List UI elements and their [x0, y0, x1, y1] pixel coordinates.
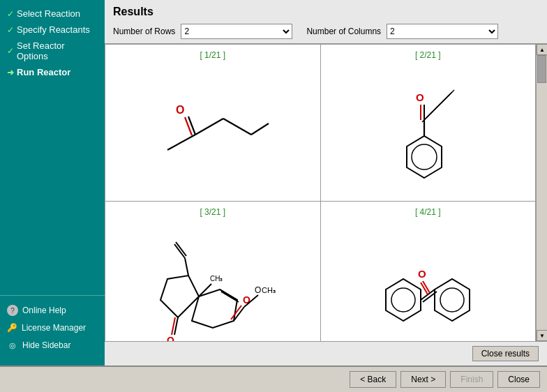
help-icon: ?	[7, 305, 18, 316]
close-results-button[interactable]: Close results	[472, 346, 539, 361]
svg-line-19	[221, 292, 239, 302]
cols-select[interactable]: 2 3 4	[387, 24, 498, 39]
svg-text:O: O	[243, 294, 250, 306]
cell-1-label: [ 1/21 ]	[200, 50, 225, 60]
svg-line-18	[220, 289, 237, 300]
rows-label: Number of Rows	[113, 27, 175, 36]
online-help-button[interactable]: ? Online Help	[0, 301, 105, 319]
main-panel: Results Number of Rows 2 3 4 Number of C…	[105, 0, 547, 365]
cell-3-label: [ 3/21 ]	[200, 207, 225, 217]
svg-point-8	[412, 144, 437, 169]
svg-line-15	[422, 94, 450, 122]
finish-button[interactable]: Finish	[450, 371, 493, 388]
svg-line-3	[251, 123, 269, 135]
app-window: ✓ Select Reaction ✓ Specify Reactants ✓ …	[0, 0, 547, 392]
cell-2-label: [ 2/21 ]	[415, 50, 441, 60]
eye-icon: ◎	[7, 340, 18, 351]
svg-text:CH₃: CH₃	[262, 286, 276, 294]
bottom-bar: < Back Next > Finish Close	[0, 365, 547, 392]
svg-line-0	[167, 135, 195, 150]
sidebar-item-label: Specify Reactants	[17, 24, 90, 35]
results-title: Results	[113, 6, 539, 18]
rows-control: Number of Rows 2 3 4	[113, 24, 292, 39]
sidebar-item-label: Set Reactor Options	[17, 40, 98, 61]
svg-text:CH₃: CH₃	[210, 275, 223, 282]
scroll-up-button[interactable]: ▲	[537, 44, 547, 55]
svg-text:O: O	[416, 91, 424, 103]
svg-line-1	[195, 119, 223, 135]
svg-text:O: O	[176, 104, 184, 116]
svg-line-2	[223, 119, 251, 135]
svg-line-29	[185, 258, 188, 276]
rows-select[interactable]: 2 3 4	[181, 24, 292, 39]
license-manager-label: License Manager	[22, 323, 86, 333]
cols-label: Number of Columns	[306, 27, 381, 36]
cell-4-molecule: O	[327, 220, 530, 341]
results-grid: [ 1/21 ] O [ 2/21 ] O	[105, 44, 536, 341]
grid-cell-2: [ 2/21 ] O	[321, 45, 537, 202]
scrollbar: ▲ ▼	[536, 44, 547, 341]
content-area: ✓ Select Reaction ✓ Specify Reactants ✓ …	[0, 0, 547, 365]
results-footer: Close results	[105, 341, 547, 365]
results-grid-container: [ 1/21 ] O [ 2/21 ] O	[105, 44, 547, 341]
svg-line-5	[185, 117, 192, 135]
cell-4-label: [ 4/21 ]	[415, 207, 441, 217]
next-button[interactable]: Next >	[400, 371, 446, 388]
results-controls: Number of Rows 2 3 4 Number of Columns 2…	[113, 24, 539, 39]
check-icon: ✓	[7, 46, 14, 56]
svg-point-35	[391, 288, 415, 312]
svg-point-42	[440, 288, 464, 312]
hide-sidebar-button[interactable]: ◎ Hide Sidebar	[0, 336, 105, 354]
svg-line-4	[188, 116, 195, 135]
grid-cell-4: [ 4/21 ]	[321, 202, 537, 341]
check-icon: ✓	[7, 9, 14, 19]
cols-control: Number of Columns 2 3 4	[306, 24, 498, 39]
results-header: Results Number of Rows 2 3 4 Number of C…	[105, 0, 547, 44]
svg-text:O: O	[255, 285, 261, 295]
sidebar-item-select-reaction[interactable]: ✓ Select Reaction	[0, 6, 105, 22]
sidebar-spacer	[0, 80, 105, 295]
scrollbar-track[interactable]	[537, 55, 547, 330]
key-icon: 🔑	[7, 323, 17, 333]
sidebar-item-label: Select Reaction	[17, 8, 80, 19]
sidebar-item-label: Run Reactor	[17, 67, 70, 77]
svg-marker-16	[160, 276, 199, 317]
scroll-down-button[interactable]: ▼	[537, 330, 547, 341]
svg-text:O: O	[167, 335, 174, 341]
back-button[interactable]: < Back	[350, 371, 396, 388]
license-manager-button[interactable]: 🔑 License Manager	[0, 319, 105, 336]
sidebar-item-set-reactor-options[interactable]: ✓ Set Reactor Options	[0, 38, 105, 64]
close-button[interactable]: Close	[497, 371, 540, 388]
sidebar-bottom: ? Online Help 🔑 License Manager ◎ Hide S…	[0, 295, 105, 360]
sidebar-item-specify-reactants[interactable]: ✓ Specify Reactants	[0, 22, 105, 38]
svg-text:O: O	[418, 268, 426, 280]
cell-3-molecule: O O O CH₃	[111, 220, 315, 341]
cell-1-molecule: O	[111, 63, 315, 195]
hide-sidebar-label: Hide Sidebar	[22, 340, 70, 350]
scrollbar-thumb[interactable]	[537, 55, 546, 83]
check-icon: ✓	[7, 25, 14, 35]
sidebar-item-run-reactor[interactable]: ➜ Run Reactor	[0, 64, 105, 80]
sidebar: ✓ Select Reaction ✓ Specify Reactants ✓ …	[0, 0, 105, 365]
arrow-icon: ➜	[7, 68, 14, 77]
grid-cell-1: [ 1/21 ] O	[105, 45, 321, 202]
grid-cell-3: [ 3/21 ]	[105, 202, 321, 341]
cell-2-molecule: O	[327, 63, 530, 195]
online-help-label: Online Help	[22, 306, 66, 315]
